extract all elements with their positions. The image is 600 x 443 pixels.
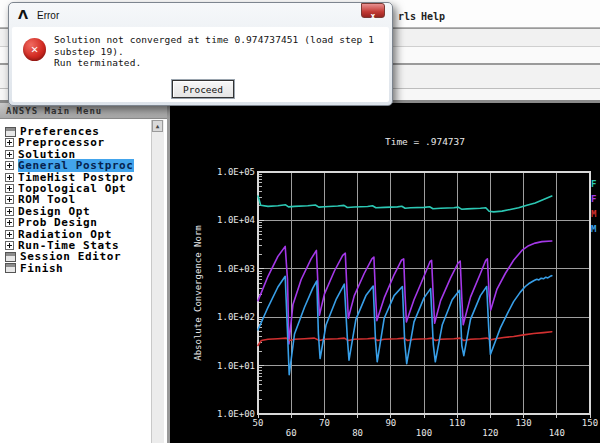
expand-plus-icon[interactable] bbox=[5, 161, 14, 170]
legend-entry: M bbox=[591, 209, 597, 219]
series-line-f-2cc8b4 bbox=[258, 196, 552, 212]
dialog-item-icon bbox=[5, 127, 16, 137]
main-menu-panel: ANSYS Main Menu PreferencesPreprocessorS… bbox=[0, 103, 170, 443]
ansys-logo-icon: Λ bbox=[18, 7, 28, 22]
menu-item-finish[interactable]: Finish bbox=[0, 262, 153, 273]
x-tick-label: 50 bbox=[253, 418, 264, 428]
menu-item-label: Finish bbox=[20, 262, 63, 275]
legend-entry: M bbox=[591, 224, 597, 234]
close-button[interactable]: x bbox=[361, 3, 385, 18]
error-dialog-body: ✕ Solution not converged at time 0.97473… bbox=[12, 27, 389, 102]
scroll-up-icon: ▲ bbox=[156, 122, 160, 129]
convergence-chart: FFMMTime = .974737Absolute Convergence N… bbox=[170, 103, 600, 443]
error-icon: ✕ bbox=[23, 38, 46, 61]
y-tick-label: 1.0E+02 bbox=[217, 312, 255, 322]
menu-item-topological-opt[interactable]: Topological Opt bbox=[0, 182, 153, 193]
error-message: Solution not converged at time 0.9747374… bbox=[54, 34, 374, 69]
menu-item-preprocessor[interactable]: Preprocessor bbox=[0, 136, 153, 147]
expand-plus-icon[interactable] bbox=[5, 150, 14, 159]
error-dialog-titlebar[interactable]: Λ Error x bbox=[9, 3, 392, 27]
chart-title: Time = .974737 bbox=[385, 136, 465, 147]
y-tick-label: 1.0E+01 bbox=[217, 361, 255, 371]
y-tick-label: 1.0E+05 bbox=[217, 167, 255, 177]
proceed-button[interactable]: Proceed bbox=[172, 80, 234, 98]
x-tick-label: 150 bbox=[582, 418, 598, 428]
expand-plus-icon[interactable] bbox=[5, 241, 14, 250]
legend-entry: F bbox=[591, 194, 596, 204]
error-message-line: Run terminated. bbox=[54, 57, 374, 69]
expand-plus-icon[interactable] bbox=[5, 184, 14, 193]
scroll-up-button[interactable]: ▲ bbox=[152, 120, 163, 132]
expand-plus-icon[interactable] bbox=[5, 138, 14, 147]
expand-plus-icon[interactable] bbox=[5, 207, 14, 216]
menu-item-timehist-postpro[interactable]: TimeHist Postpro bbox=[0, 171, 153, 182]
y-tick-label: 1.0E+04 bbox=[217, 215, 255, 225]
menu-item-solution[interactable]: Solution bbox=[0, 148, 153, 159]
menu-item-design-opt[interactable]: Design Opt bbox=[0, 205, 153, 216]
x-tick-label: 140 bbox=[549, 428, 565, 438]
x-tick-label: 70 bbox=[319, 418, 330, 428]
expand-plus-icon[interactable] bbox=[5, 218, 14, 227]
menu-item-fragment[interactable]: rls bbox=[398, 11, 416, 22]
menu-item-radiation-opt[interactable]: Radiation Opt bbox=[0, 228, 153, 239]
error-message-line: Solution not converged at time 0.9747374… bbox=[54, 34, 374, 46]
y-axis-label: Absolute Convergence Norm bbox=[193, 225, 203, 360]
legend-entry: F bbox=[591, 179, 596, 189]
menu-item-help[interactable]: Help bbox=[421, 11, 445, 22]
menu-item-general-postproc[interactable]: General Postproc bbox=[0, 159, 153, 170]
ansys-application-window: rls Help FFMMTime = .974737Absolute Conv… bbox=[0, 0, 600, 443]
x-tick-label: 100 bbox=[416, 428, 432, 438]
menu-item-rom-tool[interactable]: ROM Tool bbox=[0, 193, 153, 204]
main-menu-tree: PreferencesPreprocessorSolutionGeneral P… bbox=[0, 120, 153, 443]
x-tick-label: 110 bbox=[449, 418, 465, 428]
x-tick-label: 130 bbox=[515, 418, 531, 428]
x-tick-label: 80 bbox=[352, 428, 363, 438]
x-tick-label: 90 bbox=[385, 418, 396, 428]
menu-item-session-editor[interactable]: Session Editor bbox=[0, 250, 153, 261]
expand-plus-icon[interactable] bbox=[5, 173, 14, 182]
menu-item-run-time-stats[interactable]: Run-Time Stats bbox=[0, 239, 153, 250]
x-tick-label: 120 bbox=[482, 428, 498, 438]
tree-scrollbar[interactable]: ▲ bbox=[151, 120, 164, 443]
error-dialog: Λ Error x ✕ Solution not converged at ti… bbox=[8, 2, 393, 106]
dialog-item-icon bbox=[5, 263, 16, 273]
graphics-window: FFMMTime = .974737Absolute Convergence N… bbox=[170, 103, 600, 443]
dialog-item-icon bbox=[5, 252, 16, 262]
close-icon: x bbox=[371, 12, 376, 21]
y-tick-label: 1.0E+00 bbox=[217, 409, 255, 419]
error-dialog-title: Error bbox=[37, 10, 59, 21]
x-tick-label: 60 bbox=[286, 428, 297, 438]
expand-plus-icon[interactable] bbox=[5, 195, 14, 204]
y-tick-label: 1.0E+03 bbox=[217, 264, 255, 274]
menu-item-prob-design[interactable]: Prob Design bbox=[0, 216, 153, 227]
error-message-line: substep 19). bbox=[54, 46, 374, 58]
expand-plus-icon[interactable] bbox=[5, 230, 14, 239]
menu-item-preferences[interactable]: Preferences bbox=[0, 125, 153, 136]
